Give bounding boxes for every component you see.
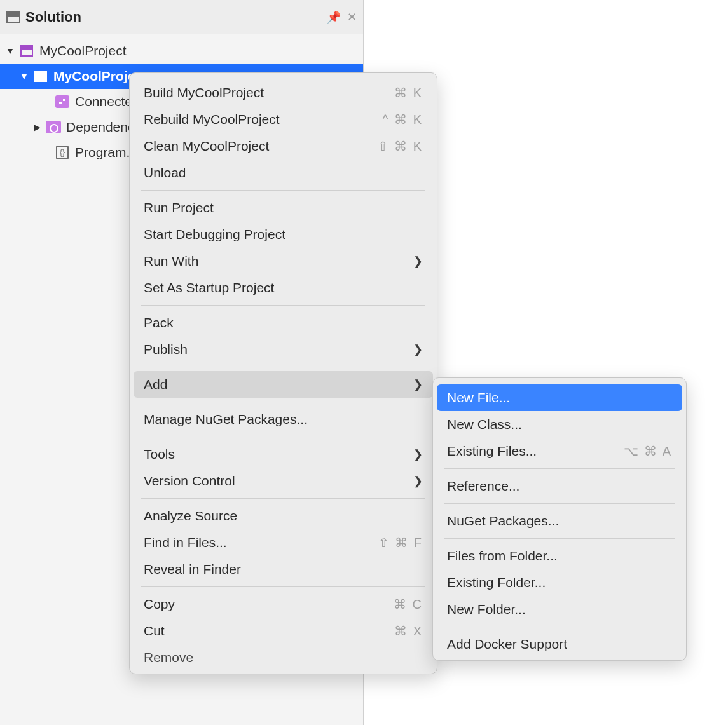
chevron-down-icon[interactable]: ▼: [5, 46, 15, 56]
chevron-right-icon: ❯: [413, 474, 423, 488]
shortcut-label: ⇧ ⌘ K: [378, 139, 423, 154]
menu-item-analyze-source[interactable]: Analyze Source: [130, 503, 437, 529]
submenu-item-files-from-folder[interactable]: Files from Folder...: [433, 543, 686, 569]
project-icon: [34, 71, 47, 82]
pin-icon[interactable]: 📌: [327, 10, 341, 24]
menu-separator: [444, 503, 675, 504]
submenu-item-new-class[interactable]: New Class...: [433, 411, 686, 438]
chevron-right-icon: ❯: [413, 377, 423, 391]
menu-item-cut[interactable]: Cut⌘ X: [130, 618, 437, 644]
menu-separator: [141, 437, 425, 437]
menu-separator: [141, 367, 425, 367]
submenu-item-existing-folder[interactable]: Existing Folder...: [433, 569, 686, 596]
menu-item-rebuild[interactable]: Rebuild MyCoolProject^ ⌘ K: [130, 106, 437, 133]
menu-separator: [141, 498, 425, 499]
solution-panel-header: Solution 📌 ✕: [0, 0, 363, 34]
shortcut-label: ⌥ ⌘ A: [624, 444, 672, 459]
submenu-item-add-docker-support[interactable]: Add Docker Support: [433, 631, 686, 658]
menu-item-build[interactable]: Build MyCoolProject⌘ K: [130, 79, 437, 106]
menu-separator: [444, 538, 675, 539]
close-icon[interactable]: ✕: [347, 10, 357, 24]
menu-separator: [444, 468, 675, 469]
menu-item-unload[interactable]: Unload: [130, 159, 437, 186]
menu-item-start-debugging[interactable]: Start Debugging Project: [130, 221, 437, 248]
chevron-down-icon[interactable]: ▼: [19, 71, 29, 81]
csharp-file-icon: [56, 146, 69, 159]
tree-label: Program.: [75, 145, 130, 160]
menu-separator: [141, 402, 425, 402]
menu-item-add[interactable]: Add❯: [134, 371, 433, 398]
menu-item-publish[interactable]: Publish❯: [130, 336, 437, 363]
menu-item-set-startup[interactable]: Set As Startup Project: [130, 274, 437, 301]
menu-separator: [444, 627, 675, 627]
shortcut-label: ⌘ C: [394, 597, 423, 612]
menu-separator: [141, 586, 425, 587]
shortcut-label: ^ ⌘ K: [382, 112, 423, 127]
panel-title: Solution: [25, 9, 320, 25]
connected-services-icon: [55, 95, 69, 108]
menu-item-find-in-files[interactable]: Find in Files...⇧ ⌘ F: [130, 529, 437, 556]
menu-item-remove[interactable]: Remove: [130, 644, 437, 671]
tree-label: MyCoolProject: [39, 43, 127, 58]
submenu-item-reference[interactable]: Reference...: [433, 473, 686, 499]
menu-item-tools[interactable]: Tools❯: [130, 441, 437, 468]
menu-item-manage-nuget[interactable]: Manage NuGet Packages...: [130, 406, 437, 433]
add-submenu: New File... New Class... Existing Files.…: [432, 377, 687, 661]
menu-item-run-project[interactable]: Run Project: [130, 194, 437, 221]
tree-solution-root[interactable]: ▼ MyCoolProject: [0, 38, 363, 64]
submenu-item-nuget-packages[interactable]: NuGet Packages...: [433, 508, 686, 534]
chevron-right-icon[interactable]: ▶: [32, 122, 42, 132]
menu-separator: [141, 305, 425, 306]
shortcut-label: ⌘ K: [394, 85, 423, 100]
shortcut-label: ⌘ X: [394, 623, 423, 639]
dependencies-icon: [46, 121, 61, 133]
chevron-right-icon: ❯: [413, 254, 423, 268]
project-context-menu: Build MyCoolProject⌘ K Rebuild MyCoolPro…: [129, 72, 437, 674]
menu-item-pack[interactable]: Pack: [130, 309, 437, 336]
menu-item-reveal-in-finder[interactable]: Reveal in Finder: [130, 556, 437, 583]
solution-project-icon: [20, 45, 33, 57]
menu-item-version-control[interactable]: Version Control❯: [130, 468, 437, 494]
shortcut-label: ⇧ ⌘ F: [378, 535, 423, 550]
chevron-right-icon: ❯: [413, 447, 423, 461]
menu-item-clean[interactable]: Clean MyCoolProject⇧ ⌘ K: [130, 133, 437, 159]
menu-item-copy[interactable]: Copy⌘ C: [130, 591, 437, 618]
submenu-item-new-file[interactable]: New File...: [437, 384, 682, 411]
solution-icon: [6, 11, 20, 23]
menu-separator: [141, 190, 425, 191]
submenu-item-new-folder[interactable]: New Folder...: [433, 596, 686, 623]
chevron-right-icon: ❯: [413, 342, 423, 356]
submenu-item-existing-files[interactable]: Existing Files...⌥ ⌘ A: [433, 438, 686, 464]
menu-item-run-with[interactable]: Run With❯: [130, 248, 437, 274]
